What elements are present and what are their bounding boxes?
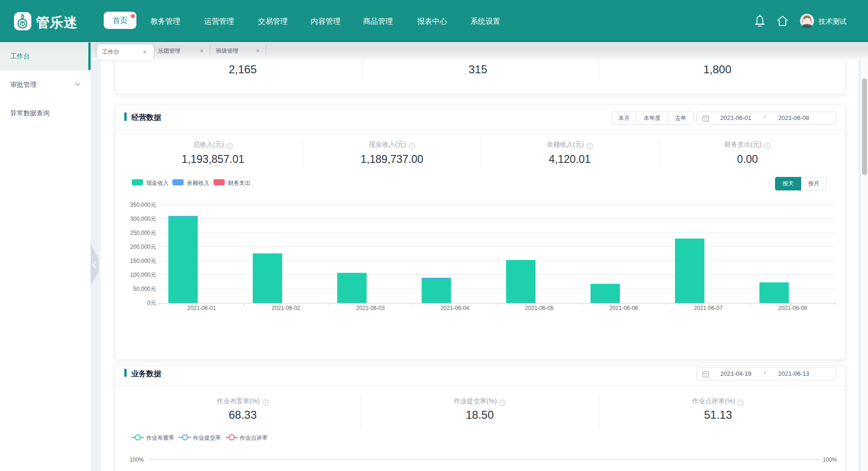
svg-text:2021-06-01: 2021-06-01 <box>187 305 216 311</box>
svg-text:2021-06-02: 2021-06-02 <box>271 305 300 311</box>
svg-text:2021-06-03: 2021-06-03 <box>356 305 385 311</box>
svg-text:250,000元: 250,000元 <box>130 230 156 236</box>
svg-text:50,000元: 50,000元 <box>133 286 156 292</box>
svg-text:0元: 0元 <box>147 300 156 306</box>
svg-text:100,000元: 100,000元 <box>130 272 156 278</box>
svg-text:2021-06-04: 2021-06-04 <box>441 305 470 311</box>
svg-text:2021-06-07: 2021-06-07 <box>694 305 723 311</box>
svg-text:2021-06-05: 2021-06-05 <box>525 305 554 311</box>
svg-text:350,000元: 350,000元 <box>130 202 156 208</box>
svg-text:300,000元: 300,000元 <box>130 216 156 222</box>
svg-text:150,000元: 150,000元 <box>130 258 156 264</box>
svg-text:2021-06-08: 2021-06-08 <box>778 305 807 311</box>
svg-text:2021-06-06: 2021-06-06 <box>609 305 638 311</box>
svg-text:200,000元: 200,000元 <box>130 244 156 250</box>
